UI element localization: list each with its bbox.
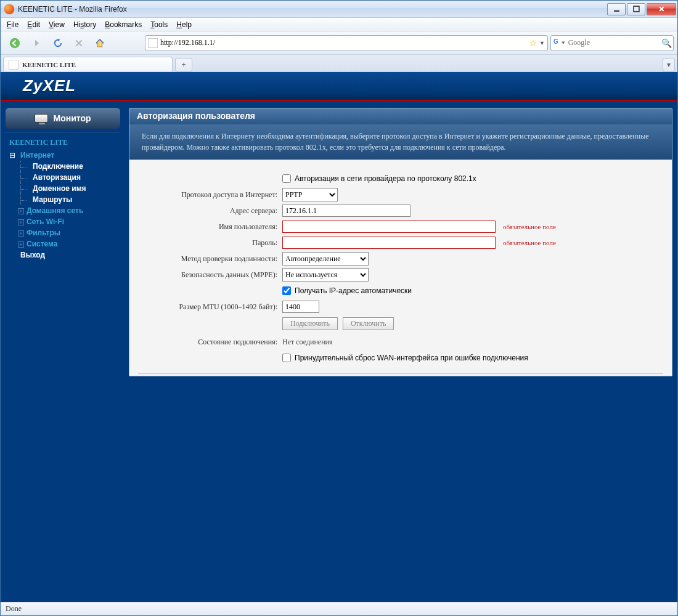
select-mppe[interactable]: Не используется <box>282 268 369 282</box>
status-text: Done <box>6 604 22 614</box>
firefox-icon <box>4 4 14 14</box>
svg-rect-0 <box>614 10 619 12</box>
reload-button[interactable] <box>49 34 67 52</box>
monitor-button[interactable]: Монитор <box>6 108 120 129</box>
sidebar: Монитор KEENETIC LITE ⊟Интернет Подключе… <box>6 108 120 596</box>
nav-tree: KEENETIC LITE ⊟Интернет Подключение Авто… <box>6 132 120 261</box>
menu-view[interactable]: View <box>45 19 68 30</box>
tab-strip: KEENETIC LITE + ▾ <box>1 55 677 72</box>
menu-help[interactable]: Help <box>173 19 195 30</box>
tab-list-button[interactable]: ▾ <box>663 58 675 71</box>
label-auto-ip: Получать IP-адрес автоматически <box>295 286 412 295</box>
search-input[interactable] <box>568 38 659 47</box>
tree-root[interactable]: KEENETIC LITE <box>7 136 120 150</box>
forward-button[interactable] <box>28 34 46 52</box>
search-bar[interactable]: G ▼ 🔍 <box>550 35 674 51</box>
tree-home-network[interactable]: +Домашняя сеть <box>7 205 120 216</box>
connect-button[interactable]: Подключить <box>282 317 338 330</box>
new-tab-button[interactable]: + <box>175 58 192 71</box>
svg-rect-1 <box>634 6 639 12</box>
required-password: обязательное поле <box>503 239 556 246</box>
input-username[interactable] <box>282 221 496 233</box>
url-dropdown-icon[interactable]: ▼ <box>539 40 545 46</box>
panel-description: Если для подключения к Интернету необход… <box>129 124 672 160</box>
search-icon[interactable]: 🔍 <box>661 38 672 48</box>
menu-file[interactable]: File <box>3 19 22 30</box>
label-password: Пароль: <box>138 238 282 248</box>
monitor-label: Монитор <box>53 113 91 123</box>
tree-routes[interactable]: Маршруты <box>15 194 120 205</box>
label-protocol: Протокол доступа в Интернет: <box>138 190 282 200</box>
search-engine-dropdown-icon[interactable]: ▼ <box>561 40 566 46</box>
tree-internet[interactable]: ⊟Интернет <box>7 150 120 161</box>
form-area: Авторизация в сети провайдера по протоко… <box>129 160 672 376</box>
close-button[interactable] <box>647 3 676 15</box>
checkbox-8021x[interactable] <box>282 174 291 183</box>
zyxel-header: ZyXEL <box>1 72 677 102</box>
menu-tools[interactable]: Tools <box>147 19 171 30</box>
url-input[interactable] <box>160 38 526 47</box>
monitor-icon <box>35 114 48 123</box>
main-panel: Авторизация пользователя Если для подклю… <box>129 108 672 376</box>
tree-exit[interactable]: Выход <box>7 249 120 261</box>
required-username: обязательное поле <box>503 223 556 230</box>
menu-bookmarks[interactable]: Bookmarks <box>101 19 145 30</box>
stop-button[interactable] <box>70 34 88 52</box>
back-button[interactable] <box>4 33 25 54</box>
input-mtu[interactable] <box>282 301 319 313</box>
titlebar: KEENETIC LITE - Mozilla Firefox <box>1 1 677 18</box>
select-protocol[interactable]: PPTP <box>282 188 338 201</box>
panel-title: Авторизация пользователя <box>129 108 672 124</box>
window-title: KEENETIC LITE - Mozilla Firefox <box>18 5 127 14</box>
label-connection-state: Состояние подключения: <box>138 338 282 347</box>
select-auth-method[interactable]: Автоопределение <box>282 252 369 265</box>
label-username: Имя пользователя: <box>138 222 282 232</box>
tab-page-icon <box>9 60 18 70</box>
label-server: Адрес сервера: <box>138 206 282 216</box>
tree-filters[interactable]: +Фильтры <box>7 227 120 238</box>
minimize-button[interactable] <box>607 3 626 15</box>
tree-authorization[interactable]: Авторизация <box>15 172 120 183</box>
checkbox-auto-ip[interactable] <box>282 286 291 295</box>
tab-title: KEENETIC LITE <box>22 61 76 68</box>
menubar: File Edit View History Bookmarks Tools H… <box>1 18 677 31</box>
label-wan-reset: Принудительный сброс WAN-интерфейса при … <box>295 354 528 362</box>
maximize-button[interactable] <box>627 3 645 15</box>
tree-domain-name[interactable]: Доменное имя <box>15 183 120 194</box>
label-auth-method: Метод проверки подлинности: <box>138 254 282 264</box>
menu-history[interactable]: History <box>70 19 100 30</box>
svg-point-2 <box>10 38 20 48</box>
checkbox-wan-reset[interactable] <box>282 354 291 362</box>
input-server[interactable] <box>282 205 410 217</box>
page-icon <box>148 38 158 48</box>
connection-state-value: Нет соединения <box>282 338 333 347</box>
tree-wifi[interactable]: +Сеть Wi-Fi <box>7 216 120 227</box>
google-icon: G <box>553 38 558 48</box>
statusbar: Done <box>1 602 677 615</box>
nav-toolbar: ☆ ▼ G ▼ 🔍 <box>1 31 677 55</box>
url-bar[interactable]: ☆ ▼ <box>145 35 548 51</box>
bookmark-star-icon[interactable]: ☆ <box>529 38 537 49</box>
tab-keenetic[interactable]: KEENETIC LITE <box>3 57 173 71</box>
menu-edit[interactable]: Edit <box>23 19 44 30</box>
label-mppe: Безопасность данных (MPPE): <box>138 270 282 280</box>
home-button[interactable] <box>91 34 109 52</box>
tree-connection[interactable]: Подключение <box>15 161 120 172</box>
label-mtu: Размер MTU (1000–1492 байт): <box>138 302 282 312</box>
input-password[interactable] <box>282 237 496 249</box>
page-content: ZyXEL Монитор KEENETIC LITE ⊟Интернет По… <box>1 72 677 602</box>
label-8021x: Авторизация в сети провайдера по протоко… <box>295 174 476 183</box>
zyxel-logo: ZyXEL <box>23 76 76 95</box>
tree-system[interactable]: +Система <box>7 238 120 249</box>
disconnect-button[interactable]: Отключить <box>343 317 394 330</box>
